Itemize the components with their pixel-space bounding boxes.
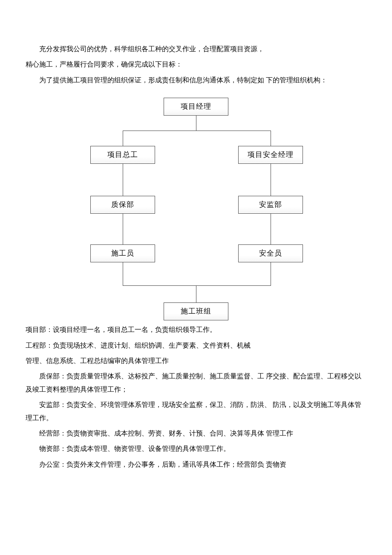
para-qa-dept: 质保部：负责质量管理体系、达标投产、施工质量控制、施工质量监督、工 序交接、配合… (26, 370, 366, 396)
connector (271, 131, 271, 146)
node-chief-engineer: 项目总工 (90, 146, 155, 164)
node-qa-dept-label: 质保部 (111, 198, 134, 212)
connector (123, 285, 271, 286)
node-safety-manager-label: 项目安全经理 (248, 148, 294, 162)
node-builder: 施工员 (90, 244, 155, 262)
connector (271, 214, 271, 244)
node-safety-manager: 项目安全经理 (238, 146, 303, 164)
node-project-manager: 项目经理 (164, 98, 228, 116)
intro-line-3: 为了提供施工项目管理的组织保证，形成责任制和信息沟通体系，特制定如 下的管理组织… (26, 74, 366, 87)
node-project-manager-label: 项目经理 (181, 100, 211, 113)
node-builder-label: 施工员 (111, 247, 134, 260)
node-chief-engineer-label: 项目总工 (107, 148, 138, 162)
connector (196, 116, 196, 131)
node-safety-dept: 安监部 (238, 196, 303, 214)
intro-line-1: 充分发挥我公司的优势，科学组织各工种的交叉作业，合理配置项目资源， (26, 43, 366, 55)
connector (123, 131, 123, 146)
node-qa-dept: 质保部 (90, 196, 155, 214)
connector (271, 164, 271, 196)
para-office: 办公室：负责外来文件管理，办公事务，后勤，通讯等具体工作；经营部负 责物资 (26, 458, 366, 471)
para-biz-dept: 经营部：负责物资审批、成本控制、劳资、财务、计预、合同、决算等具体 管理工作 (26, 427, 366, 440)
node-safety-operator-label: 安全员 (259, 247, 282, 260)
connector (196, 285, 196, 302)
node-construction-team: 施工班组 (164, 302, 228, 320)
para-safety-dept: 安监部：负责安全、环境管理体系管理，现场安全监察，保卫、消防，防洪、 防汛，以及… (26, 398, 366, 424)
para-project-dept: 项目部：设项目经理一名，项目总工一名，负责组织领导工作。 (26, 323, 366, 336)
node-construction-team-label: 施工班组 (181, 305, 211, 318)
node-safety-operator: 安全员 (238, 244, 303, 262)
org-chart: 项目经理 项目总工 项目安全经理 质保部 安监部 施工员 安全员 施工班组 (70, 98, 322, 322)
para-eng-dept-1: 工程部：负责现场技术、进度计划、组织协调、生产要素、文件资料、机械 (26, 339, 366, 352)
connector (123, 131, 271, 131)
para-eng-dept-2: 管理、信息系统、工程总结编审的具体管理工作 (26, 355, 366, 367)
node-safety-dept-label: 安监部 (259, 198, 282, 212)
connector (123, 262, 123, 285)
intro-line-2: 精心施工，严格履行合同要求，确保完成以下目标： (26, 58, 366, 71)
para-supply-dept: 物资部：负责成本管理、物资管理、设备管理的具体管理工作。 (26, 442, 366, 455)
connector (123, 214, 123, 244)
connector (123, 164, 123, 196)
connector (271, 262, 271, 285)
